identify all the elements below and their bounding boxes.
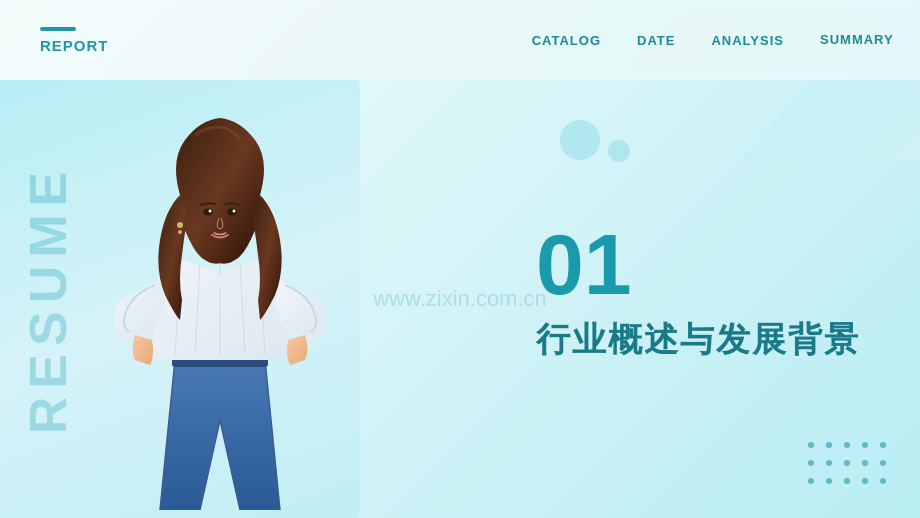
svg-point-8	[203, 209, 213, 216]
dot-5	[880, 442, 886, 448]
right-content: 01 行业概述与发展背景	[536, 221, 860, 363]
dot-13	[844, 478, 850, 484]
person-image	[90, 85, 350, 510]
resume-vertical-text: RESUME	[18, 164, 78, 434]
header: REPORT CATALOG DATE ANALYSIS SUMMARY	[0, 0, 920, 80]
section-title-zh: 行业概述与发展背景	[536, 317, 860, 363]
dot-3	[844, 442, 850, 448]
svg-point-10	[209, 210, 212, 213]
report-bar-icon	[40, 27, 76, 31]
dot-9	[862, 460, 868, 466]
main-content: RESUME	[0, 80, 920, 518]
svg-point-12	[177, 222, 183, 228]
dot-8	[844, 460, 850, 466]
report-label: REPORT	[40, 37, 109, 54]
dot-7	[826, 460, 832, 466]
dot-4	[862, 442, 868, 448]
svg-point-9	[227, 209, 237, 216]
dot-10	[880, 460, 886, 466]
dot-15	[880, 478, 886, 484]
nav-catalog[interactable]: CATALOG	[532, 33, 601, 48]
circle-deco-1	[560, 120, 600, 160]
person-svg	[100, 100, 340, 510]
dot-11	[808, 478, 814, 484]
dot-12	[826, 478, 832, 484]
dot-14	[862, 478, 868, 484]
svg-point-13	[178, 230, 182, 234]
dot-6	[808, 460, 814, 466]
nav-analysis[interactable]: ANALYSIS	[711, 33, 784, 48]
svg-point-11	[233, 210, 236, 213]
dot-grid-decoration	[808, 442, 890, 488]
nav-summary[interactable]: SUMMARY	[820, 32, 880, 48]
section-number: 01	[536, 221, 860, 307]
dot-1	[808, 442, 814, 448]
nav-date[interactable]: DATE	[637, 33, 675, 48]
report-section: REPORT	[40, 27, 109, 54]
nav-links: CATALOG DATE ANALYSIS SUMMARY	[532, 32, 880, 48]
dot-2	[826, 442, 832, 448]
circle-deco-2	[608, 140, 630, 162]
